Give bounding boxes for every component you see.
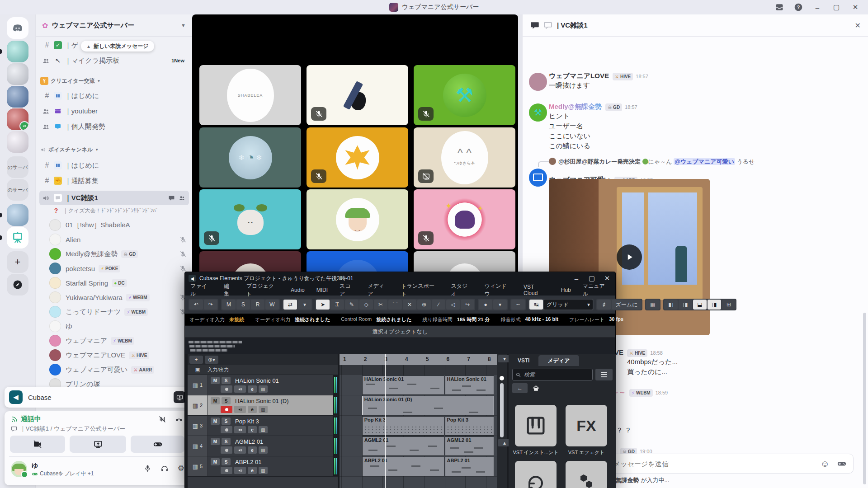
settings-gear-icon[interactable]: ⚙ [178, 464, 184, 473]
mute-tool[interactable]: ✕ [403, 300, 416, 310]
gamepad-icon[interactable] [837, 459, 847, 469]
tab-VSTi[interactable]: VSTi [509, 355, 538, 366]
open-activity-button[interactable] [174, 391, 185, 403]
video-tile-shabelea[interactable]: SHABELEA [199, 65, 301, 125]
voice-channel-link[interactable]: ｜VC雑談1 / ウェブマニア公式サーバー [20, 425, 125, 433]
message-author[interactable]: Medly@無課金勢 [549, 103, 602, 110]
track-HALion Sonic 01[interactable]: ▥1MSHALion Sonic 01e▥ [188, 375, 338, 395]
record-enable-button[interactable] [221, 385, 232, 393]
rail-server-easel[interactable] [7, 227, 28, 249]
automation-r-button[interactable]: R [251, 300, 264, 310]
solo-button[interactable]: S [222, 377, 231, 384]
media-search-input[interactable]: 検索 [512, 369, 593, 380]
channel-｜はじめに[interactable]: #｜はじめに [39, 158, 189, 173]
instrument-button[interactable]: ▥ [259, 385, 268, 393]
event-display[interactable]: 12345678HALion Sonic 01HALion Sonic 01HA… [340, 354, 497, 488]
automation-m-button[interactable]: M [222, 300, 236, 310]
track-name[interactable]: HALion Sonic 01 (D) [235, 398, 289, 404]
track-AGML2 01[interactable]: ▥4MSAGML2 01e▥ [188, 436, 338, 456]
rail-server-teal-face[interactable] [7, 41, 28, 62]
instrument-button[interactable]: ▥ [259, 426, 268, 433]
instrument-button[interactable]: ▥ [259, 467, 268, 474]
record-enable-button[interactable] [221, 426, 232, 433]
video-tile-medly[interactable]: ⚒ [414, 65, 515, 125]
media-tile-presets-icon[interactable] [566, 461, 607, 488]
timeline-ruler[interactable]: 12345678 [340, 354, 497, 365]
right-zone-toggle[interactable]: ◨ [708, 300, 721, 310]
midi-event-HALion Sonic 01[interactable]: HALion Sonic 01 [362, 375, 445, 395]
voice-member-Medly@無課金勢[interactable]: Medly@無課金勢☠GD [49, 247, 189, 261]
rail-server-anime-girl[interactable] [7, 131, 28, 153]
voice-member-Yukiwara/Yukiwara[interactable]: Yukiwara/Yukiwara⚡WEBM [49, 290, 189, 305]
activities-button[interactable] [131, 436, 184, 453]
track-name[interactable]: ABPL2 01 [235, 459, 262, 465]
color-tool[interactable]: ↪ [461, 300, 474, 310]
instrument-button[interactable]: ▥ [259, 406, 268, 413]
edit-channel-button[interactable]: e [248, 446, 257, 454]
help-icon[interactable]: ? [794, 3, 803, 12]
message-author[interactable]: ウェブマニアLOVE [549, 72, 609, 80]
midi-event-HALion Sonic 01 (D)[interactable]: HALion Sonic 01 (D) [362, 396, 494, 415]
automation-s-button[interactable]: S [236, 300, 250, 310]
rail-explore[interactable] [7, 274, 28, 296]
mute-button[interactable]: M [211, 458, 220, 465]
mute-button[interactable]: M [211, 438, 220, 445]
track-Pop Kit 3[interactable]: ▥3MSPop Kit 3e▥ [188, 416, 338, 436]
redo-button[interactable]: ↷ [204, 300, 217, 310]
midi-event-ABPL2 01[interactable]: ABPL2 01 [362, 457, 445, 476]
reply-preview[interactable]: @杉田屋@野菜カレー発売決定 にゃ～ん @ウェブマニア可愛い うるせ [549, 158, 868, 166]
track-presets-button[interactable]: ⊕▾ [205, 356, 218, 364]
solo-button[interactable]: S [222, 438, 231, 445]
voice-member-poketetsu[interactable]: poketetsu⚡POKE [49, 261, 189, 276]
automation-w-button[interactable]: W [265, 300, 279, 310]
edit-channel-button[interactable]: e [248, 385, 257, 393]
track-ABPL2 01[interactable]: ▥5MSABPL2 01e▥ [188, 456, 338, 477]
voice-member-Starfall Spring[interactable]: Starfall Spring●DC [49, 276, 189, 290]
monitor-button[interactable] [234, 446, 246, 454]
user-avatar[interactable] [11, 461, 27, 477]
message-avatar[interactable]: ⚒ [529, 103, 547, 122]
menu-Audio[interactable]: Audio [291, 287, 305, 293]
edit-channel-button[interactable]: e [248, 406, 257, 413]
draw-tool[interactable]: ✎ [345, 300, 359, 310]
object-select-tool[interactable]: ➤ [316, 300, 330, 310]
menu-メディア[interactable]: メディア [368, 282, 389, 298]
menu-編集[interactable]: 編集 [224, 282, 235, 298]
track-HALion Sonic 01 (D)[interactable]: ▥2MSHALion Sonic 01 (D)e▥ [188, 395, 338, 416]
cubase-close[interactable]: ✕ [603, 274, 612, 282]
status-Control Room[interactable]: Control Room接続されました [341, 316, 411, 323]
add-track-button[interactable]: + [189, 356, 203, 364]
menu-トランスポート[interactable]: トランスポート [401, 282, 439, 298]
snap-toggle[interactable]: ↹ [529, 300, 543, 310]
status-残り録音時間[interactable]: 残り録音時間185 時間 21 分 [423, 316, 490, 323]
minimize-button[interactable]: – [813, 4, 822, 11]
media-tile-VST インスト...ント[interactable] [515, 405, 557, 446]
emoji-picker-icon[interactable]: ☺ [821, 459, 830, 469]
rail-server-fireworks[interactable] [7, 63, 28, 85]
home-icon[interactable] [532, 385, 540, 392]
rail-server-suit-guy[interactable] [7, 86, 28, 108]
status-フレームレート[interactable]: フレームレート30 fps [569, 316, 623, 323]
midi-event-AGML2 01[interactable]: AGML2 01 [362, 436, 445, 456]
status-録音形式[interactable]: 録音形式48 kHz - 16 bit [501, 316, 558, 323]
scrollbar-thumb[interactable] [500, 383, 504, 437]
rail-server-pill-2[interactable]: のサーバ [7, 179, 28, 201]
unread-messages-pill[interactable]: ▲ 新しい未読メッセージ [81, 41, 154, 52]
solo-button[interactable]: S [222, 458, 231, 465]
rail-add-server[interactable]: + [7, 251, 28, 273]
cubase-maximize[interactable]: ▢ [587, 274, 596, 282]
play-button[interactable] [617, 244, 642, 270]
message-avatar[interactable] [529, 169, 547, 187]
record-enable-button[interactable] [221, 446, 232, 454]
invite-icon[interactable] [179, 195, 185, 202]
edit-channel-button[interactable]: e [248, 426, 257, 433]
edit-channel-button[interactable]: e [248, 467, 257, 474]
autoscroll-dropdown[interactable]: ▾ [298, 300, 311, 310]
track-name[interactable]: Pop Kit 3 [235, 418, 259, 425]
voice-member-ゆ[interactable]: ゆ [49, 319, 189, 333]
glue-tool[interactable]: ⌒ [388, 300, 402, 310]
midi-event-AGML2 01[interactable]: AGML2 01 [445, 436, 495, 456]
mute-button[interactable]: M [211, 377, 220, 384]
rail-server-festival[interactable] [7, 108, 28, 130]
chat-scrollbar[interactable] [863, 313, 866, 484]
